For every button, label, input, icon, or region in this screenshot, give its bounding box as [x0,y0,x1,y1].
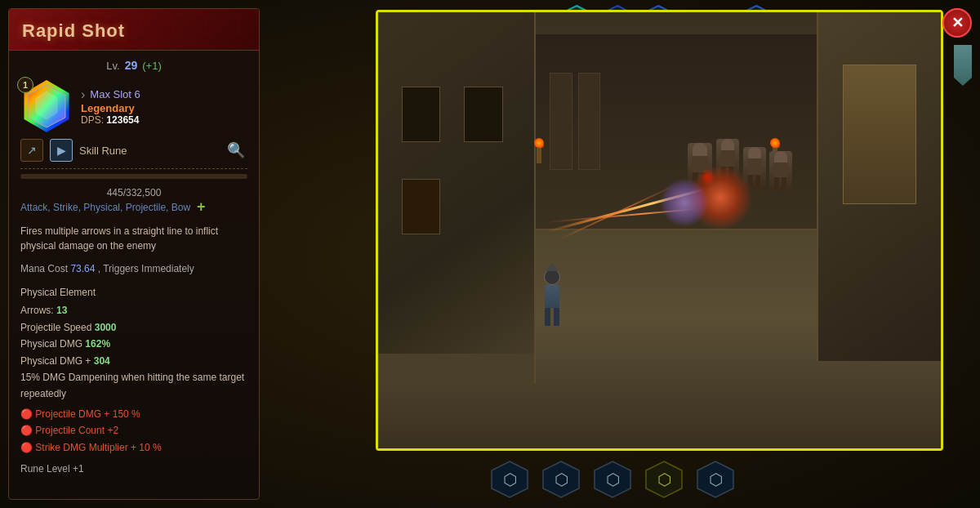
bottom-hex-5[interactable]: ⬡ [696,460,735,499]
progress-text: 445/332,500 [20,187,247,198]
skill-rune-label: Skill Rune [79,145,218,157]
phys-dmg2-value: 304 [94,355,110,367]
player-head [544,269,560,285]
player-torso [545,285,559,308]
level-bonus: (+1) [142,60,161,72]
mana-value: 73.64 [70,263,95,274]
play-button[interactable]: ▶ [50,139,73,162]
gem-badge: 1 [17,77,33,93]
modifier-1: 🔴 Projectile DMG + 150 % [20,406,247,422]
bottom-hex-bar: ⬡ ⬡ ⬡ ⬡ ⬡ [327,455,898,504]
tags-row: Attack, Strike, Physical, Projectile, Bo… [20,198,247,216]
bottom-hex-1[interactable]: ⬡ [490,460,529,499]
progress-bar [20,174,247,179]
toolbar-row: ↗ ▶ Skill Rune 🔍 [20,139,247,169]
enemy-4 [769,151,792,192]
torch-flame-2 [770,138,780,148]
phys-dmg2-row: Physical DMG + 304 [20,353,247,369]
mana-cost-row: Mana Cost 73.64 , Triggers Immediately [20,263,247,274]
bottom-hex-3[interactable]: ⬡ [593,460,632,499]
player-leg-right [554,308,559,326]
player-body [536,269,568,326]
share-button[interactable]: ↗ [20,139,43,162]
player-legs [545,308,559,326]
gem-row: 1 › Max Slot 6 Legendary DPS: 123654 [20,80,247,132]
bookmark-icon [954,45,972,86]
max-slot: Max Slot 6 [90,88,140,100]
arrows-value: 13 [56,305,67,316]
gameplay-preview [376,10,943,451]
dps-value: 123654 [106,114,139,126]
modifier-2: 🔴 Projectile Count +2 [20,422,247,439]
close-button[interactable]: ✕ [942,8,972,38]
phys-dmg1-row: Physical DMG 162% [20,336,247,352]
modifier-3: 🔴 Strike DMG Multiplier + 10 % [20,439,247,456]
rarity-label: Legendary [81,102,247,114]
level-label: Lv. [106,60,119,72]
gem-info: › Max Slot 6 Legendary DPS: 123654 [81,87,247,126]
bottom-hex-2[interactable]: ⬡ [541,460,581,499]
torch-1 [536,143,542,167]
level-value: 29 [125,59,138,72]
gem-container[interactable]: 1 [20,80,73,132]
skill-title: Rapid Shot [22,20,246,42]
player-leg-left [545,308,550,326]
gem-arrow: › [81,87,85,102]
arrows-row: Arrows: 13 [20,302,247,319]
phys-dmg1-value: 162% [85,338,110,350]
skill-panel: Rapid Shot Lv. 29 (+1) [8,8,260,500]
rune-level: Rune Level +1 [20,461,247,477]
skill-description: Fires multiple arrows in a straight line… [20,224,247,253]
dampening-row: 15% DMG Dampening when hitting the same … [20,369,247,403]
level-row: Lv. 29 (+1) [20,59,247,72]
add-tag-button[interactable]: + [197,198,206,216]
building-left [378,12,536,383]
search-button[interactable]: 🔍 [225,139,247,162]
skill-header: Rapid Shot [9,9,259,51]
battle-scene [378,12,941,448]
building-right [817,12,941,361]
impact-effect [699,169,715,185]
tags: Attack, Strike, Physical, Projectile, Bo… [20,202,190,213]
player-character [536,269,568,326]
progress-row [20,174,247,179]
bottom-hex-4[interactable]: ⬡ [644,460,684,499]
torch-flame-1 [534,138,544,148]
element-label: Physical Element [20,284,247,301]
stats-section: Physical Element Arrows: 13 Projectile S… [20,284,247,477]
combat-glow-secondary [660,178,709,227]
dps-row: DPS: 123654 [81,114,247,126]
proj-speed-value: 3000 [95,322,117,333]
proj-speed-row: Projectile Speed 3000 [20,319,247,336]
